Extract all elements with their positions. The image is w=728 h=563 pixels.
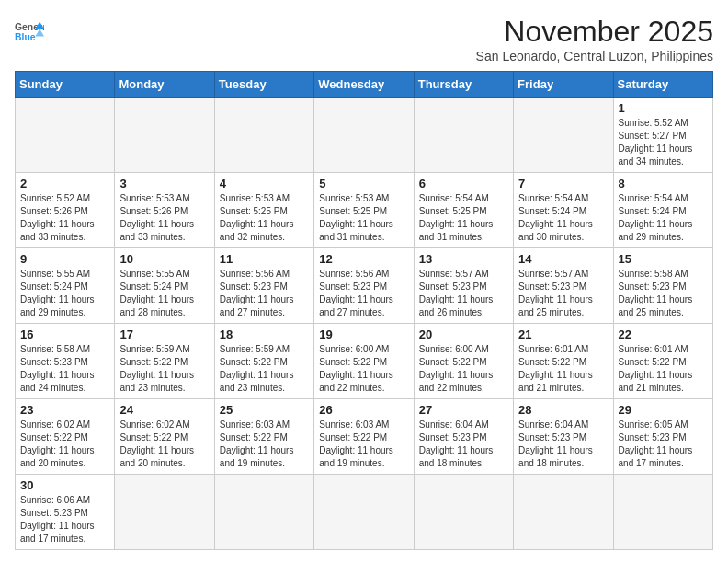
day-info: Sunrise: 5:52 AM Sunset: 5:27 PM Dayligh… bbox=[619, 117, 708, 168]
calendar-cell bbox=[115, 475, 214, 550]
calendar-cell: 16Sunrise: 5:58 AM Sunset: 5:23 PM Dayli… bbox=[16, 324, 115, 399]
calendar-cell bbox=[414, 98, 513, 173]
day-number: 21 bbox=[518, 327, 608, 341]
day-number: 15 bbox=[619, 252, 708, 266]
calendar-week-row: 30Sunrise: 6:06 AM Sunset: 5:23 PM Dayli… bbox=[16, 475, 713, 550]
day-number: 25 bbox=[220, 403, 309, 417]
day-number: 12 bbox=[319, 252, 408, 266]
weekday-header-wednesday: Wednesday bbox=[314, 72, 414, 98]
day-number: 13 bbox=[419, 252, 508, 266]
day-info: Sunrise: 5:53 AM Sunset: 5:26 PM Dayligh… bbox=[119, 192, 209, 244]
calendar-cell: 2Sunrise: 5:52 AM Sunset: 5:26 PM Daylig… bbox=[16, 173, 115, 248]
calendar-cell: 28Sunrise: 6:04 AM Sunset: 5:23 PM Dayli… bbox=[514, 399, 613, 475]
calendar-cell bbox=[314, 98, 414, 173]
day-number: 29 bbox=[619, 403, 708, 417]
calendar-cell: 6Sunrise: 5:54 AM Sunset: 5:25 PM Daylig… bbox=[414, 173, 513, 248]
calendar-cell bbox=[514, 98, 613, 173]
day-info: Sunrise: 5:55 AM Sunset: 5:24 PM Dayligh… bbox=[20, 268, 109, 319]
weekday-header-saturday: Saturday bbox=[613, 72, 712, 98]
calendar-cell: 23Sunrise: 6:02 AM Sunset: 5:22 PM Dayli… bbox=[16, 399, 115, 475]
day-number: 17 bbox=[119, 327, 209, 341]
day-number: 9 bbox=[20, 252, 109, 266]
day-info: Sunrise: 5:56 AM Sunset: 5:23 PM Dayligh… bbox=[319, 268, 408, 319]
weekday-header-monday: Monday bbox=[115, 72, 214, 98]
day-info: Sunrise: 5:55 AM Sunset: 5:24 PM Dayligh… bbox=[119, 268, 209, 319]
day-info: Sunrise: 5:58 AM Sunset: 5:23 PM Dayligh… bbox=[619, 268, 708, 319]
calendar-cell: 20Sunrise: 6:00 AM Sunset: 5:22 PM Dayli… bbox=[414, 324, 513, 399]
calendar-cell bbox=[115, 98, 214, 173]
calendar-cell: 14Sunrise: 5:57 AM Sunset: 5:23 PM Dayli… bbox=[514, 248, 613, 324]
day-number: 3 bbox=[119, 177, 209, 190]
day-info: Sunrise: 5:57 AM Sunset: 5:23 PM Dayligh… bbox=[518, 268, 608, 319]
day-number: 4 bbox=[220, 177, 309, 190]
calendar-cell: 22Sunrise: 6:01 AM Sunset: 5:22 PM Dayli… bbox=[613, 324, 712, 399]
calendar-week-row: 16Sunrise: 5:58 AM Sunset: 5:23 PM Dayli… bbox=[16, 324, 713, 399]
day-number: 14 bbox=[518, 252, 608, 266]
day-number: 6 bbox=[419, 177, 508, 190]
calendar-cell: 3Sunrise: 5:53 AM Sunset: 5:26 PM Daylig… bbox=[115, 173, 214, 248]
calendar-cell bbox=[613, 475, 712, 550]
day-info: Sunrise: 5:54 AM Sunset: 5:24 PM Dayligh… bbox=[518, 192, 608, 244]
day-info: Sunrise: 6:02 AM Sunset: 5:22 PM Dayligh… bbox=[20, 419, 109, 470]
calendar-cell: 29Sunrise: 6:05 AM Sunset: 5:23 PM Dayli… bbox=[613, 399, 712, 475]
day-info: Sunrise: 6:04 AM Sunset: 5:23 PM Dayligh… bbox=[518, 419, 608, 470]
month-title: November 2025 bbox=[476, 15, 713, 49]
day-number: 11 bbox=[220, 252, 309, 266]
calendar-cell: 9Sunrise: 5:55 AM Sunset: 5:24 PM Daylig… bbox=[16, 248, 115, 324]
title-area: November 2025 San Leonardo, Central Luzo… bbox=[476, 15, 713, 63]
logo: General Blue bbox=[15, 18, 44, 44]
calendar-cell: 4Sunrise: 5:53 AM Sunset: 5:25 PM Daylig… bbox=[214, 173, 313, 248]
day-number: 7 bbox=[518, 177, 608, 190]
day-info: Sunrise: 5:52 AM Sunset: 5:26 PM Dayligh… bbox=[20, 192, 109, 244]
svg-text:Blue: Blue bbox=[15, 32, 36, 42]
day-number: 20 bbox=[419, 327, 508, 341]
weekday-header-thursday: Thursday bbox=[414, 72, 513, 98]
calendar-cell bbox=[214, 98, 313, 173]
calendar-week-row: 9Sunrise: 5:55 AM Sunset: 5:24 PM Daylig… bbox=[16, 248, 713, 324]
weekday-header-tuesday: Tuesday bbox=[214, 72, 313, 98]
calendar-cell: 5Sunrise: 5:53 AM Sunset: 5:25 PM Daylig… bbox=[314, 173, 414, 248]
calendar-week-row: 23Sunrise: 6:02 AM Sunset: 5:22 PM Dayli… bbox=[16, 399, 713, 475]
day-info: Sunrise: 5:54 AM Sunset: 5:25 PM Dayligh… bbox=[419, 192, 508, 244]
day-number: 18 bbox=[220, 327, 309, 341]
calendar-cell bbox=[16, 98, 115, 173]
calendar-cell: 13Sunrise: 5:57 AM Sunset: 5:23 PM Dayli… bbox=[414, 248, 513, 324]
day-info: Sunrise: 6:02 AM Sunset: 5:22 PM Dayligh… bbox=[119, 419, 209, 470]
day-number: 2 bbox=[20, 177, 109, 190]
calendar-cell bbox=[414, 475, 513, 550]
day-info: Sunrise: 5:54 AM Sunset: 5:24 PM Dayligh… bbox=[619, 192, 708, 244]
day-info: Sunrise: 6:06 AM Sunset: 5:23 PM Dayligh… bbox=[20, 494, 109, 546]
day-number: 8 bbox=[619, 177, 708, 190]
calendar-cell: 11Sunrise: 5:56 AM Sunset: 5:23 PM Dayli… bbox=[214, 248, 313, 324]
day-number: 26 bbox=[319, 403, 408, 417]
day-info: Sunrise: 6:03 AM Sunset: 5:22 PM Dayligh… bbox=[319, 419, 408, 470]
calendar-cell: 18Sunrise: 5:59 AM Sunset: 5:22 PM Dayli… bbox=[214, 324, 313, 399]
calendar-table: SundayMondayTuesdayWednesdayThursdayFrid… bbox=[15, 71, 713, 550]
calendar-cell bbox=[214, 475, 313, 550]
calendar-cell: 19Sunrise: 6:00 AM Sunset: 5:22 PM Dayli… bbox=[314, 324, 414, 399]
day-info: Sunrise: 5:56 AM Sunset: 5:23 PM Dayligh… bbox=[220, 268, 309, 319]
day-info: Sunrise: 5:59 AM Sunset: 5:22 PM Dayligh… bbox=[220, 343, 309, 395]
calendar-cell bbox=[314, 475, 414, 550]
day-info: Sunrise: 5:58 AM Sunset: 5:23 PM Dayligh… bbox=[20, 343, 109, 395]
calendar-week-row: 1Sunrise: 5:52 AM Sunset: 5:27 PM Daylig… bbox=[16, 98, 713, 173]
calendar-cell: 8Sunrise: 5:54 AM Sunset: 5:24 PM Daylig… bbox=[613, 173, 712, 248]
day-info: Sunrise: 6:03 AM Sunset: 5:22 PM Dayligh… bbox=[220, 419, 309, 470]
day-number: 28 bbox=[518, 403, 608, 417]
page-header: General Blue November 2025 San Leonardo,… bbox=[15, 15, 713, 63]
calendar-cell: 21Sunrise: 6:01 AM Sunset: 5:22 PM Dayli… bbox=[514, 324, 613, 399]
calendar-week-row: 2Sunrise: 5:52 AM Sunset: 5:26 PM Daylig… bbox=[16, 173, 713, 248]
day-number: 16 bbox=[20, 327, 109, 341]
day-info: Sunrise: 5:57 AM Sunset: 5:23 PM Dayligh… bbox=[419, 268, 508, 319]
day-info: Sunrise: 6:01 AM Sunset: 5:22 PM Dayligh… bbox=[518, 343, 608, 395]
location-title: San Leonardo, Central Luzon, Philippines bbox=[476, 49, 713, 63]
day-number: 1 bbox=[619, 101, 708, 115]
day-number: 5 bbox=[319, 177, 408, 190]
calendar-cell: 17Sunrise: 5:59 AM Sunset: 5:22 PM Dayli… bbox=[115, 324, 214, 399]
day-info: Sunrise: 5:59 AM Sunset: 5:22 PM Dayligh… bbox=[119, 343, 209, 395]
day-info: Sunrise: 6:04 AM Sunset: 5:23 PM Dayligh… bbox=[419, 419, 508, 470]
calendar-cell: 27Sunrise: 6:04 AM Sunset: 5:23 PM Dayli… bbox=[414, 399, 513, 475]
day-info: Sunrise: 6:00 AM Sunset: 5:22 PM Dayligh… bbox=[419, 343, 508, 395]
calendar-cell: 1Sunrise: 5:52 AM Sunset: 5:27 PM Daylig… bbox=[613, 98, 712, 173]
calendar-cell: 25Sunrise: 6:03 AM Sunset: 5:22 PM Dayli… bbox=[214, 399, 313, 475]
